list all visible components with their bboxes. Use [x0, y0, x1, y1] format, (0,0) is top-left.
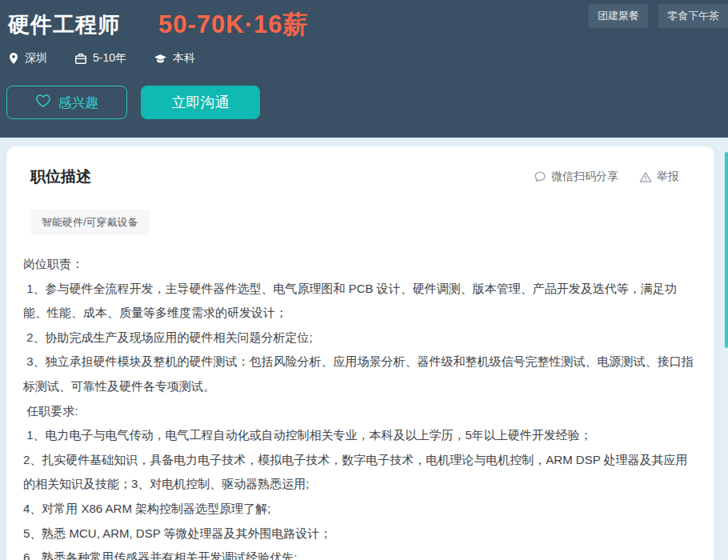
- interested-button-label: 感兴趣: [58, 94, 99, 112]
- report-label: 举报: [657, 170, 679, 184]
- action-buttons: 感兴趣 立即沟通: [6, 86, 260, 119]
- card-header-actions: 微信扫码分享 举报: [534, 170, 679, 184]
- job-location-label: 深圳: [25, 51, 47, 66]
- job-info-row: 深圳 5-10年 本科: [8, 51, 195, 66]
- category-tag: 智能硬件/可穿戴设备: [30, 210, 150, 235]
- wechat-share-button[interactable]: 微信扫码分享: [534, 170, 618, 184]
- wechat-share-label: 微信扫码分享: [551, 170, 618, 184]
- job-description-text: 岗位职责： 1、参与硬件全流程开发，主导硬件器件选型、电气原理图和 PCB 设计…: [23, 252, 698, 560]
- card-header: 职位描述 微信扫码分享 举报: [30, 166, 690, 187]
- job-education: 本科: [154, 51, 195, 66]
- interested-button[interactable]: 感兴趣: [6, 86, 127, 119]
- job-experience: 5-10年: [74, 51, 126, 66]
- perk-tag-team-building: 团建聚餐: [589, 4, 648, 28]
- section-title: 职位描述: [30, 166, 91, 187]
- job-location: 深圳: [8, 51, 47, 66]
- report-button[interactable]: 举报: [639, 170, 679, 184]
- job-description-card: 职位描述 微信扫码分享 举报 智能硬件/可穿戴设备 岗位职责： 1、参与硬件全流…: [6, 146, 714, 560]
- heart-icon: [35, 94, 51, 112]
- graduation-cap-icon: [154, 53, 167, 65]
- chat-bubble-icon: [534, 170, 546, 183]
- warning-triangle-icon: [639, 171, 652, 183]
- briefcase-icon: [74, 53, 87, 65]
- chat-now-button[interactable]: 立即沟通: [141, 86, 260, 119]
- job-education-label: 本科: [173, 51, 195, 66]
- perk-tags: 团建聚餐 零食下午茶: [589, 4, 728, 28]
- job-salary: 50-70K·16薪: [158, 10, 308, 40]
- scrollbar-thumb[interactable]: [725, 152, 728, 348]
- location-pin-icon: [8, 52, 19, 65]
- job-experience-label: 5-10年: [93, 51, 126, 66]
- perk-tag-snacks: 零食下午茶: [658, 4, 728, 28]
- job-header: 硬件工程师 50-70K·16薪 团建聚餐 零食下午茶 深圳 5-10年 本科: [0, 0, 728, 138]
- job-title: 硬件工程师: [8, 10, 120, 40]
